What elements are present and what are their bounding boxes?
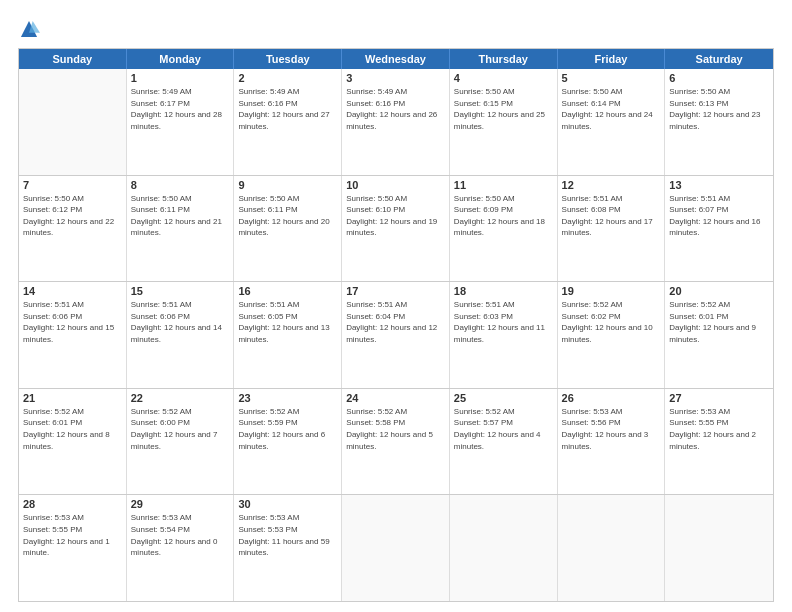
calendar-cell: 17Sunrise: 5:51 AMSunset: 6:04 PMDayligh…: [342, 282, 450, 388]
calendar-cell: 23Sunrise: 5:52 AMSunset: 5:59 PMDayligh…: [234, 389, 342, 495]
calendar-cell: 20Sunrise: 5:52 AMSunset: 6:01 PMDayligh…: [665, 282, 773, 388]
calendar-cell: 15Sunrise: 5:51 AMSunset: 6:06 PMDayligh…: [127, 282, 235, 388]
day-info: Sunrise: 5:50 AMSunset: 6:13 PMDaylight:…: [669, 86, 769, 132]
day-number: 2: [238, 72, 337, 84]
calendar-cell: 28Sunrise: 5:53 AMSunset: 5:55 PMDayligh…: [19, 495, 127, 601]
weekday-header: Saturday: [665, 49, 773, 69]
day-info: Sunrise: 5:52 AMSunset: 6:01 PMDaylight:…: [669, 299, 769, 345]
calendar-cell: 29Sunrise: 5:53 AMSunset: 5:54 PMDayligh…: [127, 495, 235, 601]
calendar-cell: 14Sunrise: 5:51 AMSunset: 6:06 PMDayligh…: [19, 282, 127, 388]
day-number: 13: [669, 179, 769, 191]
day-info: Sunrise: 5:53 AMSunset: 5:55 PMDaylight:…: [23, 512, 122, 558]
day-number: 12: [562, 179, 661, 191]
calendar-week: 21Sunrise: 5:52 AMSunset: 6:01 PMDayligh…: [19, 389, 773, 496]
day-number: 14: [23, 285, 122, 297]
day-number: 1: [131, 72, 230, 84]
day-number: 17: [346, 285, 445, 297]
calendar-cell: [450, 495, 558, 601]
day-number: 8: [131, 179, 230, 191]
weekday-header: Wednesday: [342, 49, 450, 69]
day-number: 24: [346, 392, 445, 404]
calendar-cell: 7Sunrise: 5:50 AMSunset: 6:12 PMDaylight…: [19, 176, 127, 282]
day-number: 20: [669, 285, 769, 297]
calendar: SundayMondayTuesdayWednesdayThursdayFrid…: [18, 48, 774, 602]
calendar-header: SundayMondayTuesdayWednesdayThursdayFrid…: [19, 49, 773, 69]
day-number: 3: [346, 72, 445, 84]
day-info: Sunrise: 5:50 AMSunset: 6:12 PMDaylight:…: [23, 193, 122, 239]
day-info: Sunrise: 5:50 AMSunset: 6:11 PMDaylight:…: [238, 193, 337, 239]
day-info: Sunrise: 5:49 AMSunset: 6:16 PMDaylight:…: [238, 86, 337, 132]
day-info: Sunrise: 5:52 AMSunset: 6:00 PMDaylight:…: [131, 406, 230, 452]
calendar-cell: 16Sunrise: 5:51 AMSunset: 6:05 PMDayligh…: [234, 282, 342, 388]
day-info: Sunrise: 5:50 AMSunset: 6:10 PMDaylight:…: [346, 193, 445, 239]
calendar-cell: 10Sunrise: 5:50 AMSunset: 6:10 PMDayligh…: [342, 176, 450, 282]
calendar-cell: 19Sunrise: 5:52 AMSunset: 6:02 PMDayligh…: [558, 282, 666, 388]
day-number: 21: [23, 392, 122, 404]
calendar-body: 1Sunrise: 5:49 AMSunset: 6:17 PMDaylight…: [19, 69, 773, 601]
calendar-cell: 18Sunrise: 5:51 AMSunset: 6:03 PMDayligh…: [450, 282, 558, 388]
day-info: Sunrise: 5:51 AMSunset: 6:06 PMDaylight:…: [131, 299, 230, 345]
day-info: Sunrise: 5:53 AMSunset: 5:55 PMDaylight:…: [669, 406, 769, 452]
day-info: Sunrise: 5:51 AMSunset: 6:03 PMDaylight:…: [454, 299, 553, 345]
day-info: Sunrise: 5:50 AMSunset: 6:14 PMDaylight:…: [562, 86, 661, 132]
weekday-header: Friday: [558, 49, 666, 69]
day-info: Sunrise: 5:52 AMSunset: 6:02 PMDaylight:…: [562, 299, 661, 345]
day-info: Sunrise: 5:50 AMSunset: 6:09 PMDaylight:…: [454, 193, 553, 239]
day-number: 30: [238, 498, 337, 510]
calendar-cell: [558, 495, 666, 601]
day-info: Sunrise: 5:51 AMSunset: 6:08 PMDaylight:…: [562, 193, 661, 239]
calendar-cell: 8Sunrise: 5:50 AMSunset: 6:11 PMDaylight…: [127, 176, 235, 282]
day-info: Sunrise: 5:49 AMSunset: 6:16 PMDaylight:…: [346, 86, 445, 132]
calendar-cell: 21Sunrise: 5:52 AMSunset: 6:01 PMDayligh…: [19, 389, 127, 495]
day-number: 19: [562, 285, 661, 297]
calendar-cell: 26Sunrise: 5:53 AMSunset: 5:56 PMDayligh…: [558, 389, 666, 495]
day-info: Sunrise: 5:51 AMSunset: 6:06 PMDaylight:…: [23, 299, 122, 345]
day-info: Sunrise: 5:52 AMSunset: 5:57 PMDaylight:…: [454, 406, 553, 452]
calendar-cell: 4Sunrise: 5:50 AMSunset: 6:15 PMDaylight…: [450, 69, 558, 175]
day-info: Sunrise: 5:52 AMSunset: 5:58 PMDaylight:…: [346, 406, 445, 452]
day-info: Sunrise: 5:50 AMSunset: 6:11 PMDaylight:…: [131, 193, 230, 239]
day-number: 6: [669, 72, 769, 84]
weekday-header: Thursday: [450, 49, 558, 69]
day-number: 10: [346, 179, 445, 191]
calendar-cell: 25Sunrise: 5:52 AMSunset: 5:57 PMDayligh…: [450, 389, 558, 495]
calendar-cell: 2Sunrise: 5:49 AMSunset: 6:16 PMDaylight…: [234, 69, 342, 175]
calendar-cell: 13Sunrise: 5:51 AMSunset: 6:07 PMDayligh…: [665, 176, 773, 282]
calendar-cell: 24Sunrise: 5:52 AMSunset: 5:58 PMDayligh…: [342, 389, 450, 495]
day-info: Sunrise: 5:52 AMSunset: 6:01 PMDaylight:…: [23, 406, 122, 452]
calendar-cell: 22Sunrise: 5:52 AMSunset: 6:00 PMDayligh…: [127, 389, 235, 495]
weekday-header: Monday: [127, 49, 235, 69]
day-info: Sunrise: 5:51 AMSunset: 6:07 PMDaylight:…: [669, 193, 769, 239]
day-info: Sunrise: 5:53 AMSunset: 5:54 PMDaylight:…: [131, 512, 230, 558]
day-number: 22: [131, 392, 230, 404]
weekday-header: Sunday: [19, 49, 127, 69]
day-info: Sunrise: 5:53 AMSunset: 5:56 PMDaylight:…: [562, 406, 661, 452]
calendar-cell: [665, 495, 773, 601]
logo-icon: [18, 18, 40, 40]
calendar-cell: 27Sunrise: 5:53 AMSunset: 5:55 PMDayligh…: [665, 389, 773, 495]
day-number: 4: [454, 72, 553, 84]
weekday-header: Tuesday: [234, 49, 342, 69]
calendar-cell: 1Sunrise: 5:49 AMSunset: 6:17 PMDaylight…: [127, 69, 235, 175]
calendar-cell: 9Sunrise: 5:50 AMSunset: 6:11 PMDaylight…: [234, 176, 342, 282]
day-number: 29: [131, 498, 230, 510]
calendar-week: 14Sunrise: 5:51 AMSunset: 6:06 PMDayligh…: [19, 282, 773, 389]
day-number: 28: [23, 498, 122, 510]
calendar-cell: 6Sunrise: 5:50 AMSunset: 6:13 PMDaylight…: [665, 69, 773, 175]
day-number: 16: [238, 285, 337, 297]
day-number: 25: [454, 392, 553, 404]
day-info: Sunrise: 5:52 AMSunset: 5:59 PMDaylight:…: [238, 406, 337, 452]
calendar-week: 1Sunrise: 5:49 AMSunset: 6:17 PMDaylight…: [19, 69, 773, 176]
day-number: 18: [454, 285, 553, 297]
day-info: Sunrise: 5:50 AMSunset: 6:15 PMDaylight:…: [454, 86, 553, 132]
calendar-cell: [19, 69, 127, 175]
calendar-cell: 3Sunrise: 5:49 AMSunset: 6:16 PMDaylight…: [342, 69, 450, 175]
day-number: 9: [238, 179, 337, 191]
day-number: 26: [562, 392, 661, 404]
day-number: 5: [562, 72, 661, 84]
day-number: 27: [669, 392, 769, 404]
calendar-cell: [342, 495, 450, 601]
calendar-cell: 12Sunrise: 5:51 AMSunset: 6:08 PMDayligh…: [558, 176, 666, 282]
day-number: 7: [23, 179, 122, 191]
day-number: 15: [131, 285, 230, 297]
